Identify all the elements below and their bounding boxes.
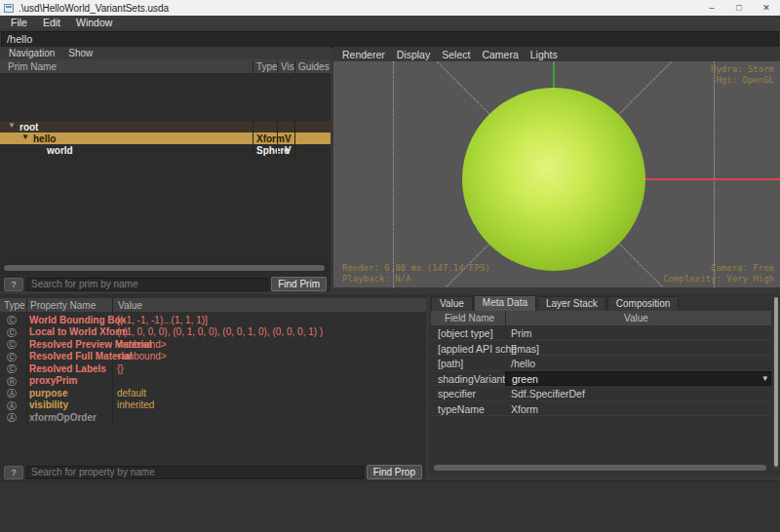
metadata-panel: ValueMeta DataLayer StackComposition Fie… xyxy=(429,294,780,475)
expand-arrow-icon[interactable]: ▼ xyxy=(8,121,16,130)
property-row-visibility[interactable]: Ⓐvisibilityinherited xyxy=(0,399,426,412)
col-vis[interactable]: Vis xyxy=(281,61,294,72)
prim-search-help-button[interactable]: ? xyxy=(4,278,23,291)
viewport-menubar: RendererDisplaySelectCameraLights xyxy=(333,47,780,61)
property-name: xformOpOrder xyxy=(29,412,97,423)
menu-window[interactable]: Window xyxy=(70,17,118,28)
property-value: inherited xyxy=(117,399,154,410)
property-value: {} xyxy=(117,363,124,374)
prop-search-help-button[interactable]: ? xyxy=(4,466,23,479)
metadata-row-applied-api-schemas[interactable]: [applied API schemas][] xyxy=(431,341,771,357)
tab-composition[interactable]: Composition xyxy=(607,296,680,311)
frustum-guide-right xyxy=(714,61,715,287)
metadata-hscrollbar[interactable] xyxy=(433,463,769,472)
property-row-world-bounding-box[interactable]: ⒸWorld Bounding Box[(-1, -1, -1)...(1, 1… xyxy=(0,314,426,326)
property-header: Type Property Name Value xyxy=(0,298,426,312)
col-prop-name[interactable]: Property Name xyxy=(30,300,96,311)
property-row-resolved-labels[interactable]: ⒸResolved Labels{} xyxy=(0,362,426,375)
main-menubar: FileEditWindow xyxy=(0,16,780,28)
field-value: [] xyxy=(511,343,517,355)
viewport-menu-select[interactable]: Select xyxy=(437,49,475,60)
property-row-purpose[interactable]: Ⓐpurposedefault xyxy=(0,387,426,399)
metadata-header: Field Name Value xyxy=(431,311,771,325)
property-row-local-to-world-xform[interactable]: ⒸLocal to World Xform( (1, 0, 0, 0), (0,… xyxy=(0,326,426,339)
prim-tree-hscrollbar[interactable] xyxy=(2,263,329,272)
metadata-row-shadingvariant-variant[interactable]: shadingVariant variantgreen▾ xyxy=(431,371,771,387)
prim-row-hello[interactable]: ▼helloXformV xyxy=(0,133,331,144)
field-name: specifier xyxy=(438,388,476,399)
tab-value[interactable]: Value xyxy=(431,296,473,311)
prim-panel-menubar: NavigationShow xyxy=(0,47,331,59)
disabled-type-icon: Ⓐ xyxy=(7,411,17,425)
path-bar xyxy=(0,28,780,47)
prim-name: hello xyxy=(33,133,56,144)
timeline-bar: 0.0 0.0 Play Frame: Redraw On Frame Scru… xyxy=(0,480,780,532)
app-icon xyxy=(4,4,14,13)
col-field-name[interactable]: Field Name xyxy=(445,313,494,323)
property-row-proxyprim[interactable]: ⓇproxyPrim xyxy=(0,375,426,388)
maximize-button[interactable]: □ xyxy=(725,0,753,16)
metadata-row-specifier[interactable]: specifierSdf.SpecifierDef xyxy=(431,386,771,401)
metadata-vscrollbar[interactable] xyxy=(773,296,778,470)
property-value: ( (1, 0, 0, 0), (0, 1, 0, 0), (0, 0, 1, … xyxy=(117,326,323,337)
col-type[interactable]: Type xyxy=(256,61,278,72)
col-prop-value[interactable]: Value xyxy=(118,300,142,311)
metadata-row-typename[interactable]: typeNameXform xyxy=(431,401,771,417)
col-prop-type[interactable]: Type xyxy=(4,300,25,311)
prim-tree-header: Prim Name Type Vis Guides xyxy=(0,59,331,73)
property-value: default xyxy=(117,388,146,399)
close-button[interactable]: ✕ xyxy=(753,0,780,16)
menu-file[interactable]: File xyxy=(5,17,33,28)
variant-select[interactable]: green▾ xyxy=(505,371,771,387)
expand-arrow-icon[interactable]: ▼ xyxy=(21,133,29,141)
property-row-xformoporder[interactable]: ⒶxformOpOrder xyxy=(0,411,426,424)
metadata-table: Field Name Value [object type]Prim[appli… xyxy=(431,311,771,463)
chevron-down-icon[interactable]: ▾ xyxy=(762,373,767,383)
menu-edit[interactable]: Edit xyxy=(37,17,66,28)
property-value: <unbound> xyxy=(117,351,167,361)
field-name: [object type] xyxy=(438,327,493,339)
usdview-window: .\usd\HelloWorld_VariantSets.usda – □ ✕ … xyxy=(0,0,780,532)
hud-renderer-info: Hydra: Storm Hgi: OpenGL xyxy=(711,64,774,86)
variant-selected-value: green xyxy=(512,373,538,385)
viewport-canvas[interactable]: Hydra: Storm Hgi: OpenGL Render: 6.80 ms… xyxy=(333,61,780,287)
field-value: Sdf.SpecifierDef xyxy=(511,388,585,399)
metadata-tabbar: ValueMeta DataLayer StackComposition xyxy=(431,295,679,311)
property-panel: Type Property Name Value ⒸWorld Bounding… xyxy=(0,294,426,479)
window-title: .\usd\HelloWorld_VariantSets.usda xyxy=(19,3,169,14)
col-guides[interactable]: Guides xyxy=(298,61,330,72)
property-name: World Bounding Box xyxy=(29,315,126,325)
metadata-row-path[interactable]: [path]/hello xyxy=(431,356,771,371)
find-prop-button[interactable]: Find Prop xyxy=(367,465,422,479)
col-field-value[interactable]: Value xyxy=(624,313,648,323)
prim-menu-show[interactable]: Show xyxy=(62,48,98,58)
viewport-menu-lights[interactable]: Lights xyxy=(526,49,563,60)
field-name: typeName xyxy=(438,403,485,415)
prim-menu-navigation[interactable]: Navigation xyxy=(3,48,60,58)
tab-meta-data[interactable]: Meta Data xyxy=(474,295,536,311)
sphere-prim[interactable] xyxy=(462,88,645,271)
prim-row-root[interactable]: ▼root xyxy=(0,121,331,133)
prop-search-input[interactable] xyxy=(26,466,364,479)
tab-layer-stack[interactable]: Layer Stack xyxy=(537,296,606,311)
viewport-menu-renderer[interactable]: Renderer xyxy=(337,49,390,60)
viewport-menu-display[interactable]: Display xyxy=(392,49,435,60)
property-row-resolved-preview-material[interactable]: ⒸResolved Preview Material<unbound> xyxy=(0,338,426,351)
prim-row-world[interactable]: worldSphereV xyxy=(0,144,331,156)
y-axis-line xyxy=(553,61,555,89)
prim-name: world xyxy=(47,145,73,156)
prim-search-input[interactable] xyxy=(26,278,268,291)
x-axis-line xyxy=(644,178,780,180)
prim-name: root xyxy=(20,122,38,133)
property-name: visibility xyxy=(29,399,68,410)
property-row-resolved-full-material[interactable]: ⒸResolved Full Material<unbound> xyxy=(0,351,426,363)
property-name: Local to World Xform xyxy=(29,326,128,337)
col-prim-name[interactable]: Prim Name xyxy=(8,61,57,72)
find-prim-button[interactable]: Find Prim xyxy=(271,277,327,291)
prim-path-input[interactable] xyxy=(1,31,779,48)
minimize-button[interactable]: – xyxy=(698,0,725,16)
field-value: /hello xyxy=(511,358,535,369)
prim-tree-body: ▼root▼helloXformVworldSphereV xyxy=(0,73,331,261)
metadata-row-object-type[interactable]: [object type]Prim xyxy=(431,325,771,341)
viewport-menu-camera[interactable]: Camera xyxy=(477,49,523,60)
